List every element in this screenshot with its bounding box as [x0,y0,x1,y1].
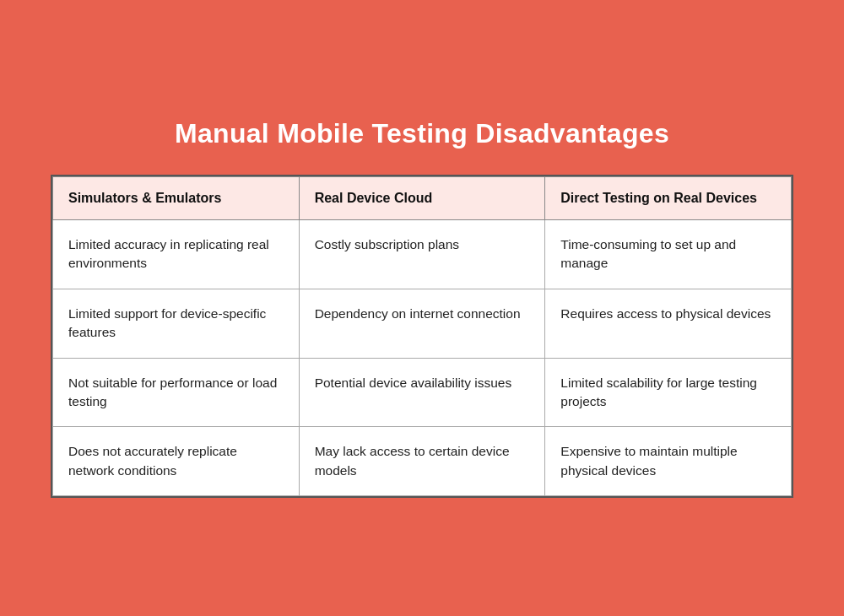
table-cell-row0-col1: Limited accuracy in replicating real env… [53,219,300,289]
table-row: Limited accuracy in replicating real env… [53,219,792,289]
header-simulators: Simulators & Emulators [53,176,300,219]
table-cell-row3-col1: Does not accurately replicate network co… [53,427,300,496]
table-cell-row2-col1: Not suitable for performance or load tes… [53,358,300,427]
table-cell-row1-col2: Dependency on internet connection [299,289,545,358]
table-cell-row1-col1: Limited support for device-specific feat… [53,289,300,358]
table-row: Not suitable for performance or load tes… [53,358,792,427]
disadvantages-table: Simulators & Emulators Real Device Cloud… [52,176,792,497]
table-header-row: Simulators & Emulators Real Device Cloud… [53,176,792,219]
table-cell-row3-col3: Expensive to maintain multiple physical … [545,427,792,496]
table-cell-row0-col2: Costly subscription plans [299,219,545,289]
page-title: Manual Mobile Testing Disadvantages [175,118,669,149]
table-cell-row1-col3: Requires access to physical devices [545,289,792,358]
table-cell-row0-col3: Time-consuming to set up and manage [545,219,792,289]
table-cell-row2-col2: Potential device availability issues [299,358,545,427]
table-cell-row2-col3: Limited scalability for large testing pr… [545,358,792,427]
main-table-container: Simulators & Emulators Real Device Cloud… [51,175,793,499]
table-row: Limited support for device-specific feat… [53,289,792,358]
header-real-device-cloud: Real Device Cloud [299,176,545,219]
header-direct-testing: Direct Testing on Real Devices [545,176,792,219]
table-cell-row3-col2: May lack access to certain device models [299,427,545,496]
table-row: Does not accurately replicate network co… [53,427,792,496]
